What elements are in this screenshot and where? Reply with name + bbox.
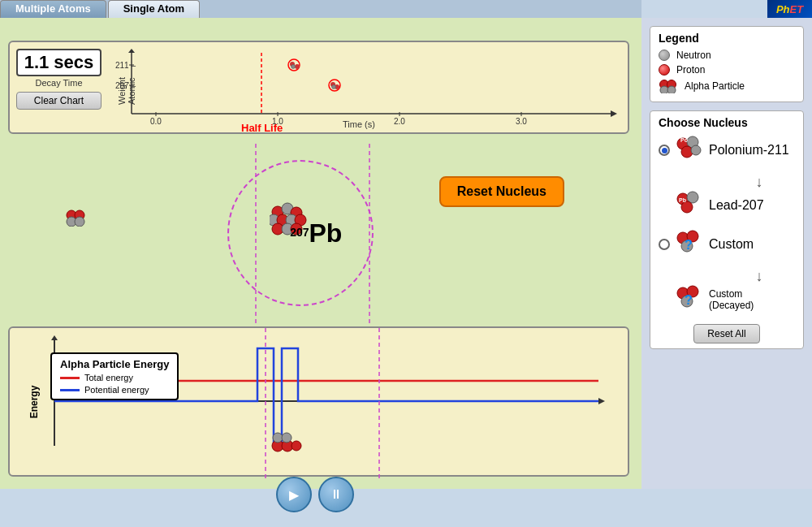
custom-label: Custom bbox=[709, 237, 754, 252]
play-button[interactable]: ▶ bbox=[276, 477, 312, 512]
nucleus-area: Reset Nucleus bbox=[8, 144, 629, 322]
radio-polonium[interactable] bbox=[659, 145, 670, 156]
nucleus-boundary-circle: 207Pb bbox=[227, 160, 374, 306]
custom-decayed-nucleus-icon: ? bbox=[675, 285, 704, 314]
phet-logo: PhET bbox=[767, 0, 812, 18]
decay-chart-svg: 211 – 207 – 0.0 1.0 2.0 3.0 Time (s) bbox=[115, 49, 619, 130]
energy-label-title: Alpha Particle Energy bbox=[60, 358, 169, 370]
svg-text:0.0: 0.0 bbox=[150, 117, 162, 126]
energy-label-box: Alpha Particle Energy Total energy Poten… bbox=[50, 352, 179, 400]
svg-point-66 bbox=[691, 145, 701, 155]
nucleus-option-custom-decayed[interactable]: ? Custom(Decayed) bbox=[659, 285, 795, 314]
arrow-down-2: ↓ bbox=[723, 269, 795, 283]
custom-decayed-label: Custom(Decayed) bbox=[709, 288, 754, 312]
chart-area: 211 – 207 – 0.0 1.0 2.0 3.0 Time (s) bbox=[115, 49, 619, 130]
svg-text:Pb: Pb bbox=[679, 197, 686, 203]
svg-point-62 bbox=[667, 86, 676, 93]
svg-point-52 bbox=[273, 433, 283, 443]
energy-legend-total: Total energy bbox=[60, 373, 169, 382]
svg-point-29 bbox=[75, 217, 84, 227]
lead-nucleus-icon: Pb bbox=[675, 191, 704, 220]
nucleus-select-section: Choose Nucleus Po Polonium-211 ↓ Pb bbox=[650, 110, 804, 349]
arrow-down-1: ↓ bbox=[723, 175, 795, 189]
pause-button[interactable]: ⏸ bbox=[318, 477, 354, 512]
tab-single-atom[interactable]: Single Atom bbox=[108, 0, 200, 18]
alpha-particle-legend-icon bbox=[659, 79, 678, 93]
proton-label: Proton bbox=[676, 64, 705, 76]
reset-nucleus-button[interactable]: Reset Nucleus bbox=[439, 176, 564, 207]
svg-text:2.0: 2.0 bbox=[394, 117, 405, 126]
legend-section: Legend Neutron Proton Alpha Particle bbox=[650, 26, 804, 102]
nucleus-display: 207Pb bbox=[227, 160, 374, 306]
clear-chart-button[interactable]: Clear Chart bbox=[16, 92, 102, 110]
svg-point-20 bbox=[295, 64, 300, 69]
alpha-particle-floating bbox=[65, 209, 88, 230]
legend-item-proton: Proton bbox=[659, 64, 795, 76]
proton-icon bbox=[659, 64, 670, 76]
svg-point-21 bbox=[292, 65, 296, 69]
play-controls: ▶ ⏸ bbox=[276, 477, 354, 512]
right-panel: Legend Neutron Proton Alpha Particle Cho… bbox=[641, 18, 812, 489]
nucleus-select-title: Choose Nucleus bbox=[659, 116, 795, 129]
svg-point-25 bbox=[332, 85, 336, 89]
decay-time-box: 1.1 secs Decay Time Clear Chart bbox=[16, 49, 102, 110]
svg-text:?: ? bbox=[685, 293, 693, 307]
legend-title: Legend bbox=[659, 32, 795, 45]
tab-bar: Multiple Atoms Single Atom bbox=[0, 0, 641, 18]
svg-text:207 –: 207 – bbox=[115, 81, 136, 90]
svg-text:3.0: 3.0 bbox=[516, 117, 527, 126]
decay-time-label: Decay Time bbox=[16, 78, 102, 88]
total-energy-label: Total energy bbox=[84, 373, 133, 382]
radio-custom[interactable] bbox=[659, 239, 670, 250]
half-life-label: Half Life bbox=[241, 122, 283, 134]
total-energy-line-sample bbox=[60, 377, 80, 379]
neutron-label: Neutron bbox=[676, 50, 711, 61]
svg-text:?: ? bbox=[685, 238, 693, 252]
reset-all-button[interactable]: Reset All bbox=[693, 324, 759, 343]
energy-legend-potential: Potential energy bbox=[60, 385, 169, 395]
svg-marker-3 bbox=[128, 49, 135, 53]
svg-text:211 –: 211 – bbox=[115, 61, 136, 70]
potential-energy-label: Potential energy bbox=[84, 385, 149, 395]
energy-panel: Energy Distance bbox=[8, 326, 629, 477]
custom-nucleus-icon: ? bbox=[675, 230, 704, 259]
svg-marker-42 bbox=[598, 398, 605, 404]
neutron-icon bbox=[659, 50, 670, 61]
svg-marker-2 bbox=[611, 110, 617, 117]
svg-point-70 bbox=[681, 201, 693, 213]
svg-point-61 bbox=[660, 86, 668, 93]
nucleus-option-custom[interactable]: ? Custom bbox=[659, 230, 795, 259]
svg-marker-43 bbox=[51, 335, 58, 340]
lead-label: Lead-207 bbox=[709, 198, 764, 213]
nucleus-option-lead[interactable]: Pb Lead-207 bbox=[659, 191, 795, 220]
sim-area: 1.1 secs Decay Time Clear Chart AtomicWe… bbox=[0, 18, 641, 489]
legend-item-neutron: Neutron bbox=[659, 50, 795, 61]
potential-energy-line-sample bbox=[60, 389, 80, 391]
polonium-label: Polonium-211 bbox=[709, 143, 789, 158]
svg-point-53 bbox=[282, 433, 292, 443]
alpha-label: Alpha Particle bbox=[685, 80, 745, 92]
legend-item-alpha: Alpha Particle bbox=[659, 79, 795, 93]
svg-text:Time (s): Time (s) bbox=[343, 119, 375, 129]
tab-multiple-atoms[interactable]: Multiple Atoms bbox=[0, 0, 106, 18]
chart-panel: 1.1 secs Decay Time Clear Chart AtomicWe… bbox=[8, 41, 629, 134]
alpha-particle-icon bbox=[65, 209, 88, 227]
decay-time-value: 1.1 secs bbox=[16, 49, 102, 76]
svg-point-54 bbox=[292, 441, 301, 451]
nucleus-option-polonium[interactable]: Po Polonium-211 bbox=[659, 136, 795, 165]
svg-text:Po: Po bbox=[680, 137, 688, 143]
polonium-nucleus-icon: Po bbox=[675, 136, 704, 165]
